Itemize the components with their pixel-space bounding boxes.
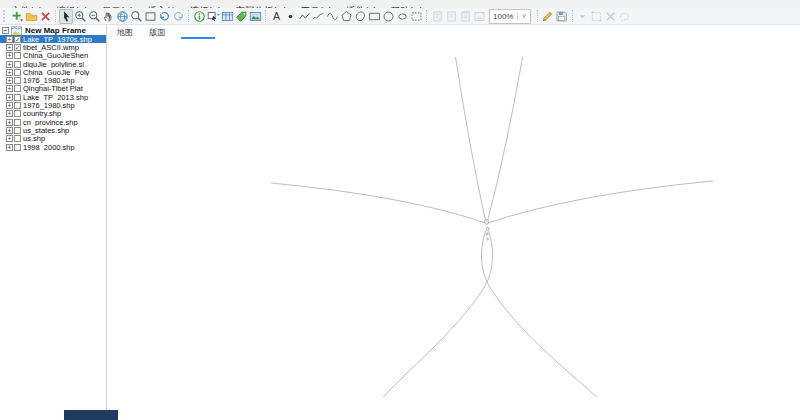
zoom-in-button[interactable] <box>73 9 87 24</box>
layer-label[interactable]: us_states.shp <box>22 126 70 134</box>
expand-toggle-icon[interactable]: + <box>6 69 13 76</box>
map-frame-row[interactable]: − New Map Frame <box>0 26 106 35</box>
layer-label[interactable]: tibet_ASCII.wmp <box>22 43 80 51</box>
menu-selection[interactable]: 选择(S) <box>182 5 228 8</box>
layer-label[interactable]: 1976_1980.shp <box>22 76 76 84</box>
layer-visibility-checkbox[interactable] <box>14 119 21 126</box>
layer-row[interactable]: +Qinghai-Tibet Plat <box>0 85 106 93</box>
zoom-out-button[interactable] <box>87 9 101 24</box>
layer-label[interactable]: us.shp <box>22 135 46 143</box>
layer-row[interactable]: +1976_1980.shp <box>0 76 106 84</box>
pan-button[interactable] <box>101 9 115 24</box>
save-button[interactable] <box>555 9 569 24</box>
layer-visibility-checkbox[interactable] <box>14 61 21 68</box>
zoom-level-combo[interactable]: 100%∨ <box>489 9 531 24</box>
layer-visibility-checkbox[interactable]: ✓ <box>14 44 21 51</box>
zoom-to-layer-button[interactable] <box>129 9 143 24</box>
expand-toggle-icon[interactable]: + <box>6 85 13 92</box>
layer-visibility-checkbox[interactable] <box>14 52 21 59</box>
identify-button[interactable] <box>192 9 206 24</box>
circle-tool-button[interactable] <box>381 9 395 24</box>
menu-insert[interactable]: 插入(I) <box>140 5 182 8</box>
remove-layer-button[interactable] <box>38 9 52 24</box>
ellipse-tool-button[interactable] <box>395 9 409 24</box>
expand-toggle-icon[interactable]: + <box>6 110 13 117</box>
edit-pencil-button[interactable] <box>541 9 555 24</box>
tab-map[interactable]: 地图 <box>117 27 133 38</box>
select-arrow-button[interactable] <box>59 9 73 24</box>
layer-label[interactable]: China_GuoJie_Poly <box>22 68 90 76</box>
expand-toggle-icon[interactable]: + <box>6 119 13 126</box>
add-layer-button[interactable] <box>10 9 24 24</box>
layer-row[interactable]: +us_states.shp <box>0 126 106 134</box>
layer-label[interactable]: Lake_TP_2013.shp <box>22 93 89 101</box>
layer-visibility-checkbox[interactable]: ✓ <box>14 36 21 43</box>
menu-help[interactable]: 帮助(H) <box>384 5 430 8</box>
layer-label[interactable]: diquJie_polyline.sl <box>22 60 85 68</box>
expand-toggle-icon[interactable]: + <box>6 94 13 101</box>
layer-visibility-checkbox[interactable] <box>14 94 21 101</box>
layer-row[interactable]: +cn_province.shp <box>0 118 106 126</box>
layer-label[interactable]: 1976_1980.shp <box>22 101 76 109</box>
expand-toggle-icon[interactable]: + <box>6 77 13 84</box>
map-image-button[interactable] <box>248 9 262 24</box>
label-button[interactable] <box>234 9 248 24</box>
curve-polygon-tool-button[interactable] <box>353 9 367 24</box>
layer-visibility-checkbox[interactable] <box>14 77 21 84</box>
menu-plugins[interactable]: 插件(L) <box>339 5 384 8</box>
expand-toggle-icon[interactable]: + <box>6 102 13 109</box>
open-file-button[interactable] <box>24 9 38 24</box>
layer-row[interactable]: +China_GuoJieShen <box>0 52 106 60</box>
layer-row[interactable]: +diquJie_polyline.sl <box>0 60 106 68</box>
layer-label[interactable]: country.shp <box>22 110 62 118</box>
menu-view[interactable]: 显示(V) <box>95 5 141 8</box>
layer-visibility-checkbox[interactable] <box>14 85 21 92</box>
full-extent-button[interactable] <box>115 9 129 24</box>
attribute-table-button[interactable] <box>220 9 234 24</box>
layer-row[interactable]: +country.shp <box>0 110 106 118</box>
undo-button[interactable] <box>157 9 171 24</box>
layer-label[interactable]: Qinghai-Tibet Plat <box>22 85 84 93</box>
menu-edit[interactable]: 编辑(E) <box>49 5 95 8</box>
expand-toggle-icon[interactable]: + <box>6 61 13 68</box>
lasso-tool-button[interactable] <box>409 9 423 24</box>
menu-file[interactable]: 文件(F) <box>4 5 49 8</box>
curve-tool-button[interactable] <box>325 9 339 24</box>
freehand-tool-button[interactable] <box>311 9 325 24</box>
layer-row[interactable]: +✓tibet_ASCII.wmp <box>0 43 106 51</box>
layer-visibility-checkbox[interactable] <box>14 135 21 142</box>
chevron-down-icon[interactable]: ∨ <box>517 12 526 20</box>
map-canvas[interactable] <box>107 40 800 420</box>
rectangle-tool-button[interactable] <box>367 9 381 24</box>
layer-visibility-checkbox[interactable] <box>14 110 21 117</box>
expand-toggle-icon[interactable]: + <box>6 36 13 43</box>
select-feature-button[interactable] <box>206 9 220 24</box>
layer-row[interactable]: +1998_2000.shp <box>0 143 106 151</box>
layer-visibility-checkbox[interactable] <box>14 144 21 151</box>
layer-row[interactable]: +China_GuoJie_Poly <box>0 68 106 76</box>
polyline-tool-button[interactable] <box>297 9 311 24</box>
point-tool-button[interactable] <box>283 9 297 24</box>
polygon-tool-button[interactable] <box>339 9 353 24</box>
layer-row[interactable]: +1976_1980.shp <box>0 101 106 109</box>
redo-button[interactable] <box>171 9 185 24</box>
expand-toggle-icon[interactable]: + <box>6 127 13 134</box>
layer-row[interactable]: +Lake_TP_2013.shp <box>0 93 106 101</box>
layer-visibility-checkbox[interactable] <box>14 127 21 134</box>
tab-layout[interactable]: 版面 <box>149 27 165 38</box>
expand-toggle-icon[interactable]: + <box>6 144 13 151</box>
layer-visibility-checkbox[interactable] <box>14 69 21 76</box>
zoom-previous-button[interactable] <box>143 9 157 24</box>
expand-toggle-icon[interactable]: + <box>6 52 13 59</box>
layer-label[interactable]: China_GuoJieShen <box>22 52 89 60</box>
layer-row[interactable]: +✓Lake_TP_1970s.shp <box>0 35 106 43</box>
collapse-toggle-icon[interactable]: − <box>2 27 9 34</box>
text-tool-button[interactable]: A <box>269 9 283 24</box>
layer-label[interactable]: Lake_TP_1970s.shp <box>22 35 93 43</box>
expand-toggle-icon[interactable]: + <box>6 44 13 51</box>
expand-toggle-icon[interactable]: + <box>6 135 13 142</box>
menu-tools[interactable]: 工具(T) <box>294 5 339 8</box>
layer-visibility-checkbox[interactable] <box>14 102 21 109</box>
layer-label[interactable]: 1998_2000.shp <box>22 143 76 151</box>
layer-row[interactable]: +us.shp <box>0 135 106 143</box>
